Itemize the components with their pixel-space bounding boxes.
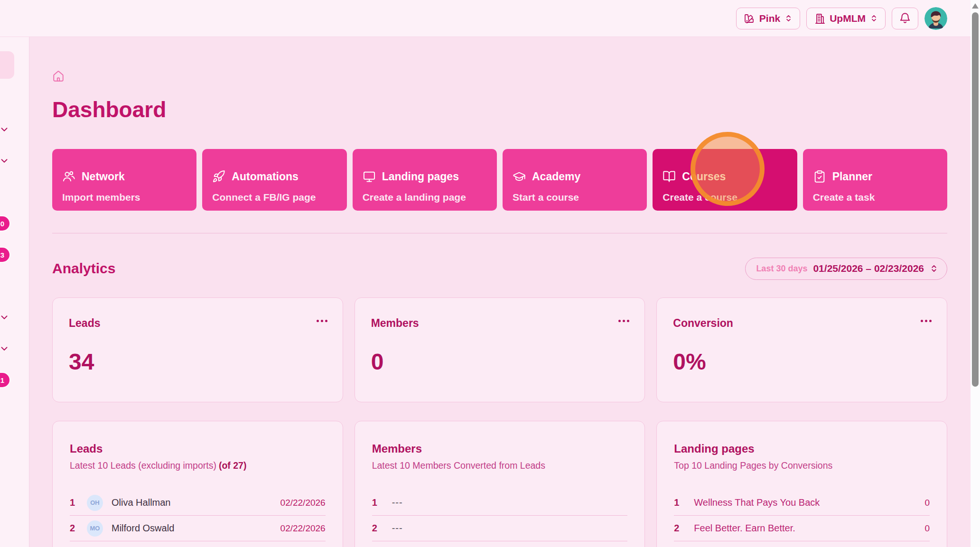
quick-action-academy[interactable]: Academy Start a course <box>503 149 647 211</box>
clipboard-check-icon <box>813 170 826 183</box>
more-options-button[interactable] <box>316 317 328 325</box>
home-icon[interactable] <box>52 70 65 83</box>
stat-title: Leads <box>69 317 327 330</box>
quick-action-subtitle: Import members <box>62 192 196 203</box>
chevron-up-down-icon <box>784 14 793 22</box>
landing-page-name: Wellness That Pays You Back <box>694 497 820 508</box>
rocket-icon <box>212 170 225 183</box>
organization-selector-label: UpMLM <box>830 13 866 24</box>
list-item[interactable]: 2 --- <box>372 516 628 541</box>
top-header: Pink UpMLM <box>0 0 971 37</box>
chevron-down-icon[interactable] <box>0 156 9 166</box>
stat-title: Members <box>371 317 629 330</box>
list-card-leads: Leads Latest 10 Leads (excluding imports… <box>52 421 343 547</box>
quick-actions-row: Network Import members Automations <box>52 149 947 211</box>
sidebar: 0 3 1 <box>0 37 29 547</box>
quick-action-network[interactable]: Network Import members <box>52 149 196 211</box>
building-icon <box>814 13 825 24</box>
row-index: 2 <box>70 523 84 534</box>
chevron-up-down-icon <box>870 14 878 22</box>
row-index: 1 <box>70 497 84 508</box>
stat-value: 0 <box>371 349 629 375</box>
row-index: 1 <box>372 497 386 508</box>
quick-action-subtitle: Create a landing page <box>363 192 497 203</box>
notifications-button[interactable] <box>892 8 918 29</box>
sidebar-active-item-indicator[interactable] <box>0 51 14 79</box>
vertical-scrollbar[interactable] <box>971 0 980 547</box>
conversions-count: 0 <box>924 523 930 534</box>
quick-action-landing-pages[interactable]: Landing pages Create a landing page <box>353 149 497 211</box>
date-range-value: 01/25/2026 – 02/23/2026 <box>813 263 924 274</box>
list-subtitle: Latest 10 Leads (excluding imports)(of 2… <box>70 460 326 471</box>
ellipsis-icon <box>317 320 319 322</box>
theme-selector[interactable]: Pink <box>736 8 800 29</box>
date-range-preset: Last 30 days <box>756 264 807 274</box>
list-title: Leads <box>70 442 326 455</box>
analytics-header: Analytics Last 30 days 01/25/2026 – 02/2… <box>52 257 947 280</box>
list-subtitle-count: (of 27) <box>219 460 247 471</box>
chevron-down-icon[interactable] <box>0 124 9 135</box>
list-card-members: Members Latest 10 Members Converted from… <box>355 421 645 547</box>
main-content: Dashboard Network Import members <box>29 37 971 547</box>
list-item[interactable]: 1 --- <box>372 490 628 516</box>
app-root: Pink UpMLM <box>0 0 980 547</box>
scrollbar-up-arrow-icon[interactable] <box>972 3 979 9</box>
quick-action-subtitle: Start a course <box>513 192 647 203</box>
list-rows: 1 OH Oliva Hallman 02/22/2026 2 MO Milfo… <box>70 490 326 541</box>
landing-page-name: Feel Better. Earn Better. <box>694 523 795 534</box>
theme-selector-label: Pink <box>759 13 780 24</box>
row-index: 2 <box>674 523 688 534</box>
quick-action-title: Network <box>82 170 125 183</box>
lead-date: 02/22/2026 <box>280 498 326 508</box>
list-title: Landing pages <box>674 442 930 455</box>
ellipsis-icon <box>618 320 621 322</box>
quick-action-planner[interactable]: Planner Create a task <box>803 149 947 211</box>
organization-selector[interactable]: UpMLM <box>806 8 886 29</box>
chevron-down-icon[interactable] <box>0 343 9 354</box>
chevron-down-icon[interactable] <box>0 312 9 323</box>
avatar: MO <box>87 520 103 537</box>
stat-card-members: Members 0 <box>355 297 645 402</box>
list-item[interactable]: 1 OH Oliva Hallman 02/22/2026 <box>70 490 326 516</box>
list-subtitle: Top 10 Landing Pages by Conversions <box>674 460 930 471</box>
list-item[interactable]: 1 Wellness That Pays You Back 0 <box>674 490 930 516</box>
stat-title: Conversion <box>673 317 931 330</box>
stat-card-conversion: Conversion 0% <box>656 297 947 402</box>
quick-action-title: Automations <box>232 170 299 183</box>
list-subtitle: Latest 10 Members Converted from Leads <box>372 460 628 471</box>
monitor-icon <box>363 170 376 183</box>
member-name: --- <box>392 523 403 534</box>
quick-action-title: Academy <box>532 170 580 183</box>
scrollbar-thumb[interactable] <box>972 12 979 387</box>
stat-card-leads: Leads 34 <box>52 297 343 402</box>
quick-action-courses[interactable]: Courses Create a course <box>653 149 797 211</box>
row-index: 1 <box>674 497 688 508</box>
user-avatar[interactable] <box>924 7 947 30</box>
date-range-selector[interactable]: Last 30 days 01/25/2026 – 02/23/2026 <box>745 258 947 280</box>
stat-value: 34 <box>69 349 327 375</box>
list-title: Members <box>372 442 628 455</box>
stat-value: 0% <box>673 349 931 375</box>
list-rows: 1 Wellness That Pays You Back 0 2 Feel B… <box>674 490 930 541</box>
sidebar-badge[interactable]: 0 <box>0 216 9 231</box>
chevron-up-down-icon <box>930 264 938 273</box>
lead-date: 02/22/2026 <box>280 523 326 534</box>
swatch-book-icon <box>744 13 755 24</box>
list-card-landing-pages: Landing pages Top 10 Landing Pages by Co… <box>656 421 947 547</box>
conversions-count: 0 <box>924 498 930 508</box>
list-item[interactable]: 2 Feel Better. Earn Better. 0 <box>674 516 930 541</box>
sidebar-badge[interactable]: 1 <box>0 373 9 387</box>
quick-action-subtitle: Create a course <box>663 192 797 203</box>
stats-row: Leads 34 Members 0 Conversion 0% <box>52 297 947 402</box>
quick-action-automations[interactable]: Automations Connect a FB/IG page <box>202 149 346 211</box>
ellipsis-icon <box>921 320 923 322</box>
users-icon <box>62 170 75 183</box>
list-item[interactable]: 2 MO Milford Oswald 02/22/2026 <box>70 516 326 541</box>
sidebar-badge[interactable]: 3 <box>0 248 9 262</box>
page-title: Dashboard <box>52 95 947 124</box>
header-actions: Pink UpMLM <box>736 7 947 30</box>
graduation-cap-icon <box>513 170 526 183</box>
more-options-button[interactable] <box>617 317 630 325</box>
more-options-button[interactable] <box>920 317 933 325</box>
bell-icon <box>899 12 911 25</box>
